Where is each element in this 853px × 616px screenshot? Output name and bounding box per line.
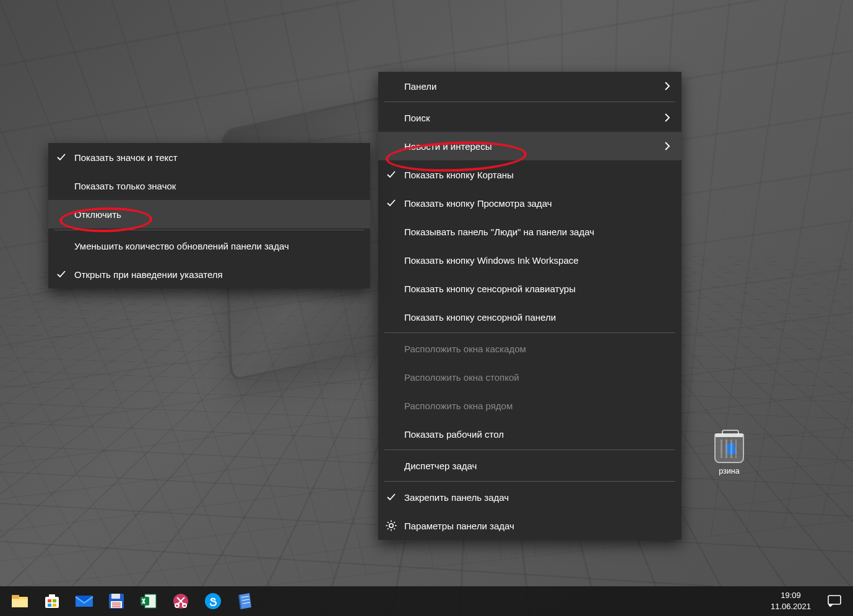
- taskbar-snip-icon[interactable]: [165, 586, 197, 616]
- menu-item-side-by-side[interactable]: Расположить окна рядом: [378, 391, 682, 420]
- submenu-item-show-icon-text[interactable]: Показать значок и текст: [48, 143, 370, 171]
- clock-time: 19:09: [771, 590, 811, 601]
- svg-line-6: [394, 528, 395, 529]
- news-interests-submenu: Показать значок и текст Показать только …: [48, 143, 370, 288]
- menu-item-panels[interactable]: Панели: [378, 72, 682, 100]
- taskbar-skype-icon[interactable]: [197, 586, 229, 616]
- checkmark-icon: [48, 152, 74, 162]
- svg-rect-17: [53, 604, 56, 607]
- menu-label: Показать рабочий стол: [404, 429, 670, 440]
- menu-item-taskbar-settings[interactable]: Параметры панели задач: [378, 511, 682, 540]
- menu-label: Отключить: [74, 209, 359, 220]
- menu-separator: [384, 332, 675, 333]
- checkmark-icon: [378, 170, 404, 180]
- menu-label: Открыть при наведении указателя: [74, 269, 359, 280]
- taskbar: 19:09 11.06.2021: [0, 586, 853, 616]
- menu-label: Уменьшить количество обновлений панели з…: [74, 241, 359, 251]
- menu-label: Расположить окна каскадом: [404, 344, 670, 354]
- menu-separator: [384, 102, 675, 102]
- menu-item-people[interactable]: Показывать панель "Люди" на панели задач: [378, 217, 682, 246]
- menu-label: Расположить окна стопкой: [404, 372, 670, 383]
- checkmark-icon: [48, 269, 74, 279]
- menu-item-news-interests[interactable]: Новости и интересы: [378, 132, 682, 160]
- menu-item-task-view-button[interactable]: Показать кнопку Просмотра задач: [378, 189, 682, 217]
- menu-label: Панели: [404, 81, 657, 92]
- svg-line-7: [388, 528, 389, 529]
- chevron-right-icon: [664, 142, 670, 150]
- submenu-item-open-on-hover[interactable]: Открыть при наведении указателя: [48, 260, 370, 288]
- menu-item-show-desktop[interactable]: Показать рабочий стол: [378, 420, 682, 448]
- menu-label: Показывать панель "Люди" на панели задач: [404, 227, 670, 237]
- menu-label: Показать кнопку сенсорной клавиатуры: [404, 284, 670, 294]
- clock-date: 11.06.2021: [771, 601, 811, 612]
- menu-label: Показать только значок: [74, 181, 359, 191]
- menu-item-ink-workspace[interactable]: Показать кнопку Windows Ink Workspace: [378, 246, 682, 274]
- recycle-bin-icon: [714, 433, 744, 463]
- menu-label: Показать кнопку Кортаны: [404, 170, 670, 180]
- recycle-bin-label: рзина: [711, 467, 748, 475]
- svg-point-0: [389, 524, 393, 527]
- svg-rect-26: [141, 597, 149, 605]
- svg-rect-12: [45, 597, 59, 608]
- menu-item-cascade[interactable]: Расположить окна каскадом: [378, 334, 682, 363]
- taskbar-context-menu: Панели Поиск Новости и интересы Показать…: [378, 72, 682, 540]
- menu-label: Показать кнопку Просмотра задач: [404, 198, 670, 209]
- checkmark-icon: [378, 492, 404, 502]
- menu-item-lock-taskbar[interactable]: Закрепить панель задач: [378, 483, 682, 511]
- svg-rect-16: [48, 604, 51, 607]
- submenu-item-show-icon-only[interactable]: Показать только значок: [48, 171, 370, 200]
- taskbar-excel-icon[interactable]: [132, 586, 165, 616]
- svg-rect-15: [53, 599, 56, 602]
- menu-label: Закрепить панель задач: [404, 492, 670, 503]
- menu-item-task-manager[interactable]: Диспетчер задач: [378, 451, 682, 480]
- svg-rect-13: [49, 594, 55, 597]
- taskbar-notebook-icon[interactable]: [229, 586, 261, 616]
- svg-line-5: [388, 522, 389, 523]
- menu-label: Поиск: [404, 113, 657, 123]
- recycle-bin[interactable]: рзина: [711, 433, 748, 475]
- system-tray: 19:09 11.06.2021: [763, 586, 849, 616]
- taskbar-ms-store-icon[interactable]: [36, 586, 68, 616]
- svg-rect-11: [12, 599, 28, 607]
- menu-item-touch-keyboard[interactable]: Показать кнопку сенсорной клавиатуры: [378, 274, 682, 303]
- menu-item-cortana-button[interactable]: Показать кнопку Кортаны: [378, 160, 682, 189]
- taskbar-floppy-notes-icon[interactable]: [100, 586, 132, 616]
- menu-item-touchpad[interactable]: Показать кнопку сенсорной панели: [378, 303, 682, 331]
- menu-separator: [384, 449, 675, 450]
- menu-label: Показать значок и текст: [74, 152, 359, 163]
- gear-icon: [378, 520, 404, 531]
- svg-rect-10: [12, 595, 19, 599]
- action-center-icon[interactable]: [820, 586, 849, 616]
- menu-label: Расположить окна рядом: [404, 401, 670, 411]
- menu-label: Показать кнопку сенсорной панели: [404, 312, 670, 323]
- menu-label: Диспетчер задач: [404, 461, 670, 471]
- menu-label: Показать кнопку Windows Ink Workspace: [404, 255, 670, 266]
- svg-line-8: [394, 522, 395, 523]
- menu-label: Параметры панели задач: [404, 521, 670, 531]
- svg-rect-20: [111, 594, 120, 599]
- submenu-item-reduce-updates[interactable]: Уменьшить количество обновлений панели з…: [48, 232, 370, 260]
- menu-separator: [384, 481, 675, 482]
- taskbar-file-explorer-icon[interactable]: [4, 586, 36, 616]
- chevron-right-icon: [664, 82, 670, 90]
- svg-rect-14: [48, 599, 51, 602]
- checkmark-icon: [378, 198, 404, 208]
- taskbar-clock[interactable]: 19:09 11.06.2021: [763, 590, 818, 612]
- chevron-right-icon: [664, 113, 670, 122]
- menu-item-search[interactable]: Поиск: [378, 103, 682, 132]
- svg-rect-34: [828, 596, 841, 604]
- menu-label: Новости и интересы: [404, 141, 657, 152]
- menu-separator: [54, 230, 364, 230]
- submenu-item-disable[interactable]: Отключить: [48, 200, 370, 228]
- menu-item-stack[interactable]: Расположить окна стопкой: [378, 363, 682, 391]
- taskbar-mail-icon[interactable]: [68, 586, 100, 616]
